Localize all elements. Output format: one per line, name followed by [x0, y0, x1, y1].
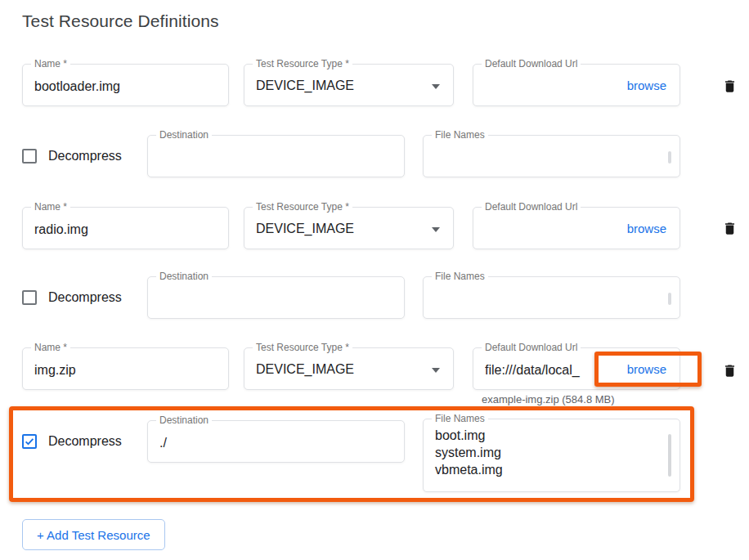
name-input[interactable] [23, 208, 228, 249]
decompress-checkbox[interactable] [22, 149, 37, 164]
decompress-option: Decompress [22, 276, 122, 319]
trash-icon [722, 220, 738, 237]
decompress-label: Decompress [48, 434, 122, 449]
default-download-url-field[interactable]: Default Download Url browse [473, 64, 680, 106]
test-resource-type-select[interactable]: Test Resource Type * DEVICE_IMAGE [244, 347, 454, 390]
name-field[interactable]: Name * [22, 207, 229, 249]
delete-resource-button[interactable] [720, 217, 739, 239]
destination-field[interactable]: Destination [147, 135, 405, 177]
destination-field[interactable]: Destination [147, 420, 405, 463]
name-field-label: Name * [31, 201, 70, 213]
chevron-down-icon[interactable] [432, 84, 440, 89]
type-field-label: Test Resource Type * [253, 201, 352, 213]
file-names-textarea[interactable] [424, 277, 679, 318]
url-input[interactable] [473, 65, 624, 105]
test-resource-type-select[interactable]: Test Resource Type * DEVICE_IMAGE [244, 64, 454, 106]
url-field-label: Default Download Url [482, 342, 581, 354]
scrollbar-thumb[interactable] [668, 293, 671, 305]
url-field-label: Default Download Url [482, 201, 581, 213]
destination-input[interactable] [148, 421, 404, 462]
scrollbar-thumb[interactable] [668, 434, 671, 477]
checkmark-icon [24, 436, 35, 447]
url-input[interactable] [473, 348, 624, 389]
file-size-hint: example-img.zip (584.8 MB) [482, 393, 615, 405]
decompress-option: Decompress [22, 420, 122, 463]
destination-field-label: Destination [156, 271, 212, 283]
browse-link[interactable]: browse [624, 77, 670, 94]
test-resource-type-select[interactable]: Test Resource Type * DEVICE_IMAGE [244, 207, 454, 249]
decompress-label: Decompress [48, 290, 122, 305]
trash-icon [722, 78, 738, 95]
name-field-label: Name * [31, 342, 70, 354]
destination-input[interactable] [148, 277, 404, 318]
delete-resource-button[interactable] [720, 75, 739, 96]
test-resource-definitions-form: Test Resource Definitions Name * Test Re… [0, 0, 749, 560]
url-field-label: Default Download Url [482, 58, 581, 70]
page-title: Test Resource Definitions [22, 11, 219, 31]
delete-resource-button[interactable] [720, 360, 739, 381]
type-field-label: Test Resource Type * [253, 342, 352, 354]
file-names-textarea[interactable] [424, 136, 679, 177]
decompress-checkbox[interactable] [22, 434, 37, 449]
default-download-url-field[interactable]: Default Download Url browse [473, 347, 680, 390]
url-input[interactable] [473, 208, 624, 249]
file-names-field-label: File Names [432, 413, 488, 425]
destination-field-label: Destination [156, 129, 212, 141]
chevron-down-icon[interactable] [432, 368, 440, 373]
file-names-textarea[interactable]: boot.img system.img vbmeta.img [424, 419, 679, 491]
file-names-field[interactable]: File Names [423, 135, 680, 177]
name-field[interactable]: Name * [22, 64, 229, 106]
decompress-checkbox[interactable] [22, 290, 37, 305]
default-download-url-field[interactable]: Default Download Url browse [473, 207, 680, 249]
file-names-field-label: File Names [432, 129, 488, 141]
file-names-field-label: File Names [432, 271, 488, 283]
name-input[interactable] [23, 65, 228, 105]
file-names-field[interactable]: File Names [423, 276, 680, 319]
chevron-down-icon[interactable] [432, 227, 440, 232]
destination-input[interactable] [148, 136, 404, 177]
name-input[interactable] [23, 348, 228, 389]
decompress-option: Decompress [22, 135, 122, 177]
name-field[interactable]: Name * [22, 347, 229, 390]
add-test-resource-button[interactable]: + Add Test Resource [22, 519, 165, 550]
browse-link[interactable]: browse [624, 220, 670, 237]
trash-icon [722, 362, 738, 379]
name-field-label: Name * [31, 58, 70, 70]
type-field-label: Test Resource Type * [253, 58, 352, 70]
destination-field[interactable]: Destination [147, 276, 405, 319]
scrollbar-thumb[interactable] [668, 151, 671, 164]
destination-field-label: Destination [156, 414, 212, 427]
browse-link[interactable]: browse [624, 361, 670, 378]
decompress-label: Decompress [48, 149, 122, 164]
file-names-field[interactable]: File Names boot.img system.img vbmeta.im… [423, 419, 680, 492]
